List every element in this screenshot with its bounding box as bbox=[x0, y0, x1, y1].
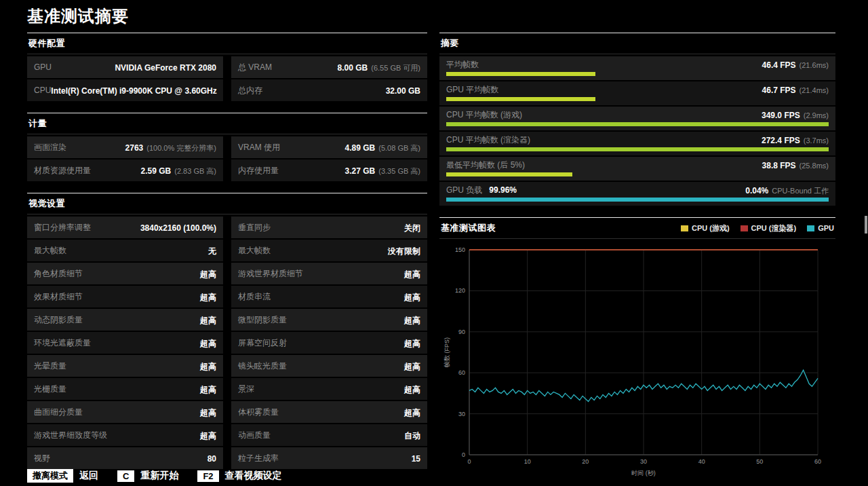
page-title: 基准测试摘要 bbox=[27, 5, 868, 27]
summary-value: 46.4 FPS bbox=[762, 60, 796, 70]
summary-subvalue: CPU-Bound 工作 bbox=[772, 187, 829, 195]
svg-text:90: 90 bbox=[458, 329, 465, 335]
setting-value: 超高 bbox=[404, 314, 420, 326]
svg-text:0: 0 bbox=[467, 458, 471, 465]
setting-cell: 最大帧数没有限制 bbox=[231, 240, 427, 261]
metrics-rows: 画面渲染2763(100.0% 完整分辨率)VRAM 使用4.89 GB(5.0… bbox=[27, 136, 427, 181]
setting-value-text: 超高 bbox=[404, 385, 420, 394]
summary-row: GPU 负载99.96%0.04%CPU-Bound 工作 bbox=[439, 182, 835, 206]
setting-value-text: 4.89 GB bbox=[345, 143, 376, 153]
setting-value-text: 超高 bbox=[200, 269, 216, 279]
setting-value-text: 无 bbox=[208, 246, 216, 256]
summary-subvalue: (21.4ms) bbox=[800, 86, 829, 94]
setting-cell: 视野80 bbox=[27, 447, 223, 469]
settings-row: 动态阴影质量超高微型阴影质量超高 bbox=[27, 309, 427, 331]
panel-summary-title: 摘要 bbox=[439, 33, 835, 54]
settings-row: 游戏世界细致度等级超高动画质量自动 bbox=[27, 424, 427, 446]
summary-row-left: 最低平均帧数 (后 5%) bbox=[446, 160, 525, 171]
setting-label: 画面渲染 bbox=[34, 142, 66, 153]
summary-row-text: 平均帧数46.4 FPS(21.6ms) bbox=[446, 59, 829, 70]
summary-row-right: 38.8 FPS(25.8ms) bbox=[762, 159, 829, 171]
legend-item: CPU (游戏) bbox=[681, 223, 730, 233]
footer-hint[interactable]: F2查看视频设定 bbox=[197, 470, 281, 482]
left-column: 硬件配置 GPUNVIDIA GeForce RTX 2080总 VRAM8.0… bbox=[27, 33, 427, 486]
setting-label: GPU bbox=[34, 62, 52, 72]
summary-label: 平均帧数 bbox=[446, 59, 479, 71]
chart-title: 基准测试图表 bbox=[441, 222, 496, 234]
setting-value-text: 超高 bbox=[200, 431, 216, 441]
setting-cell: CPUIntel(R) Core(TM) i9-9900K CPU @ 3.60… bbox=[27, 79, 223, 101]
svg-text:0: 0 bbox=[462, 451, 465, 458]
setting-label: 环境光遮蔽质量 bbox=[34, 337, 91, 349]
benchmark-chart: 03060901201500102030405060帧数 (FPS)时间 (秒) bbox=[442, 242, 823, 479]
setting-value: NVIDIA GeForce RTX 2080 bbox=[115, 61, 216, 73]
keycap: F2 bbox=[197, 470, 218, 482]
setting-label: 总内存 bbox=[238, 85, 262, 96]
setting-label: 镜头眩光质量 bbox=[238, 360, 287, 372]
settings-row: 最大帧数无最大帧数没有限制 bbox=[27, 240, 427, 261]
setting-value-text: NVIDIA GeForce RTX 2080 bbox=[115, 63, 216, 73]
setting-value: 2763(100.0% 完整分辨率) bbox=[125, 141, 216, 153]
summary-value: 46.7 FPS bbox=[762, 86, 796, 95]
summary-row-left: GPU 负载99.96% bbox=[446, 185, 517, 196]
setting-value-text: 超高 bbox=[200, 339, 216, 348]
setting-value-text: 2.59 GB bbox=[141, 166, 172, 176]
summary-label: CPU 平均帧数 (渲染器) bbox=[446, 134, 530, 146]
svg-text:30: 30 bbox=[640, 458, 647, 465]
settings-row: 窗口分辨率调整3840x2160 (100.0%)垂直同步关闭 bbox=[27, 217, 427, 238]
setting-label: 最大帧数 bbox=[238, 245, 271, 257]
footer-hint[interactable]: C重新开始 bbox=[117, 470, 178, 482]
setting-value: Intel(R) Core(TM) i9-9900K CPU @ 3.60GHz bbox=[51, 84, 216, 96]
summary-row-left: 平均帧数 bbox=[446, 59, 479, 71]
settings-row: 材质资源使用量2.59 GB(2.83 GB 高)内存使用量3.27 GB(3.… bbox=[27, 160, 427, 181]
svg-text:60: 60 bbox=[814, 458, 821, 465]
keycap: C bbox=[117, 470, 134, 482]
summary-subvalue: (21.6ms) bbox=[800, 61, 829, 69]
setting-value: 超高 bbox=[200, 383, 216, 396]
setting-cell: 光栅质量超高 bbox=[27, 378, 223, 400]
setting-label: 曲面细分质量 bbox=[34, 407, 83, 418]
setting-cell: GPUNVIDIA GeForce RTX 2080 bbox=[27, 56, 223, 78]
summary-row-right: 349.0 FPS(2.9ms) bbox=[762, 109, 829, 121]
setting-label: 游戏世界材质细节 bbox=[238, 268, 303, 280]
summary-row-text: CPU 平均帧数 (渲染器)272.4 FPS(3.7ms) bbox=[446, 134, 829, 145]
setting-value: 超高 bbox=[200, 267, 216, 280]
settings-row: 光栅质量超高景深超高 bbox=[27, 378, 427, 400]
setting-value-text: 没有限制 bbox=[388, 246, 420, 256]
setting-subvalue: (6.55 GB 可用) bbox=[371, 64, 420, 72]
setting-value-text: 超高 bbox=[200, 385, 216, 394]
setting-value: 3.27 GB(3.35 GB 高) bbox=[345, 164, 420, 176]
setting-cell: 动态阴影质量超高 bbox=[27, 309, 223, 331]
panel-metrics: 计量 画面渲染2763(100.0% 完整分辨率)VRAM 使用4.89 GB(… bbox=[27, 113, 427, 181]
setting-label: 最大帧数 bbox=[34, 245, 66, 257]
summary-row: 最低平均帧数 (后 5%)38.8 FPS(25.8ms) bbox=[439, 157, 835, 181]
setting-label: 总 VRAM bbox=[238, 62, 272, 73]
setting-cell: 动画质量自动 bbox=[231, 424, 427, 446]
setting-value: 超高 bbox=[404, 291, 420, 303]
content-columns: 硬件配置 GPUNVIDIA GeForce RTX 2080总 VRAM8.0… bbox=[27, 33, 868, 486]
svg-text:50: 50 bbox=[756, 458, 763, 465]
settings-row: 曲面细分质量超高体积雾质量超高 bbox=[27, 401, 427, 423]
scrollbar-thumb[interactable] bbox=[865, 216, 867, 233]
setting-label: 材质串流 bbox=[238, 291, 271, 303]
summary-label: CPU 平均帧数 (游戏) bbox=[446, 109, 522, 121]
settings-row: 光晕质量超高镜头眩光质量超高 bbox=[27, 355, 427, 377]
setting-value-text: 32.00 GB bbox=[386, 86, 420, 96]
footer-hint[interactable]: 撤离模式返回 bbox=[27, 469, 98, 483]
setting-cell: 总内存32.00 GB bbox=[231, 79, 427, 101]
setting-value-text: 15 bbox=[412, 454, 420, 464]
settings-row: CPUIntel(R) Core(TM) i9-9900K CPU @ 3.60… bbox=[27, 79, 427, 101]
summary-subvalue: (3.7ms) bbox=[804, 136, 829, 145]
setting-label: 光栅质量 bbox=[34, 384, 66, 395]
setting-subvalue: (100.0% 完整分辨率) bbox=[146, 144, 216, 152]
summary-value: 0.04% bbox=[745, 186, 768, 195]
legend-item: CPU (渲染器) bbox=[741, 223, 797, 233]
footer-hint-label: 重新开始 bbox=[140, 470, 178, 482]
summary-fps-bar bbox=[446, 147, 829, 151]
setting-value: 超高 bbox=[200, 406, 216, 419]
legend-swatch bbox=[741, 225, 748, 231]
setting-value: 超高 bbox=[404, 406, 420, 419]
setting-value: 15 bbox=[412, 452, 420, 464]
svg-text:帧数 (FPS): 帧数 (FPS) bbox=[443, 337, 450, 367]
setting-cell: 画面渲染2763(100.0% 完整分辨率) bbox=[27, 136, 223, 158]
